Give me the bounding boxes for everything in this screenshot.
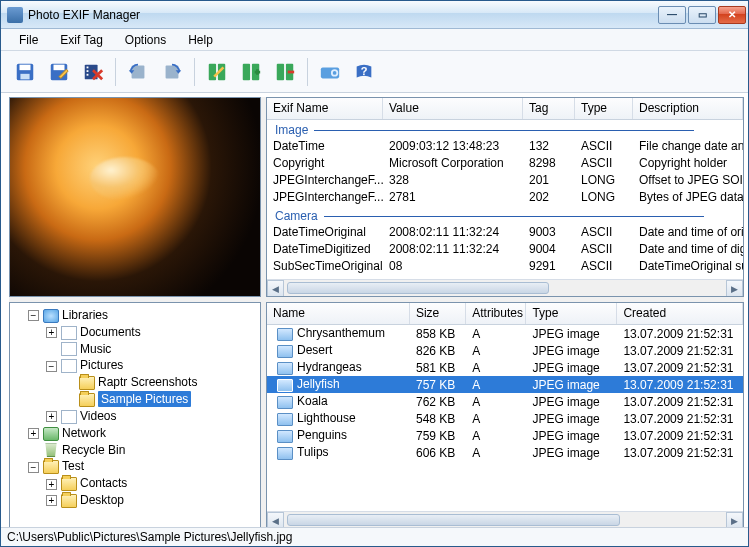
col-file-name[interactable]: Name [267, 303, 410, 324]
expand-icon[interactable]: − [28, 462, 39, 473]
col-exif-name[interactable]: Exif Name [267, 98, 383, 119]
image-file-icon [277, 447, 293, 460]
image-preview [9, 97, 261, 297]
rotate-right-icon[interactable] [158, 58, 186, 86]
tree-recycle-bin[interactable]: Recycle Bin [62, 443, 125, 457]
svg-rect-2 [20, 73, 29, 79]
image-file-icon [277, 379, 293, 392]
folder-icon [79, 376, 95, 390]
tree-documents[interactable]: Documents [80, 325, 141, 339]
file-row[interactable]: Jellyfish757 KBAJPEG image13.07.2009 21:… [267, 376, 743, 393]
expand-icon[interactable]: + [46, 479, 57, 490]
tree-pictures[interactable]: Pictures [80, 358, 123, 372]
exif-table: Exif Name Value Tag Type Description Ima… [266, 97, 744, 297]
folder-icon [43, 460, 59, 474]
col-type[interactable]: Type [575, 98, 633, 119]
file-row[interactable]: Koala762 KBAJPEG image13.07.2009 21:52:3… [267, 393, 743, 410]
svg-text:?: ? [361, 64, 368, 76]
exif-row[interactable]: SubSecTimeOriginal089291ASCIIDateTimeOri… [267, 258, 743, 275]
col-file-type[interactable]: Type [526, 303, 617, 324]
expand-icon[interactable]: − [46, 361, 57, 372]
maximize-button[interactable]: ▭ [688, 6, 716, 24]
svg-rect-1 [20, 64, 31, 70]
col-file-created[interactable]: Created [617, 303, 743, 324]
tree-desktop[interactable]: Desktop [80, 493, 124, 507]
folder-icon [61, 477, 77, 491]
col-description[interactable]: Description [633, 98, 743, 119]
file-row[interactable]: Chrysanthemum858 KBAJPEG image13.07.2009… [267, 325, 743, 342]
svg-rect-13 [243, 63, 250, 80]
tree-network[interactable]: Network [62, 426, 106, 440]
menu-options[interactable]: Options [115, 31, 176, 49]
tree-videos[interactable]: Videos [80, 409, 116, 423]
file-list: Name Size Attributes Type Created Chrysa… [266, 302, 744, 529]
tree-sample-pictures[interactable]: Sample Pictures [98, 391, 191, 407]
exif-row[interactable]: DateTimeOriginal2008:02:11 11:32:249003A… [267, 224, 743, 241]
col-file-size[interactable]: Size [410, 303, 466, 324]
file-scrollbar[interactable]: ◀▶ [267, 511, 743, 528]
folder-icon [79, 393, 95, 407]
window-title: Photo EXIF Manager [28, 8, 658, 22]
folder-tree[interactable]: −Libraries +Documents Music −Pictures Ra… [9, 302, 261, 529]
music-icon [61, 342, 77, 356]
add-tag-icon[interactable] [237, 58, 265, 86]
col-tag[interactable]: Tag [523, 98, 575, 119]
image-file-icon [277, 362, 293, 375]
file-row[interactable]: Tulips606 KBAJPEG image13.07.2009 21:52:… [267, 444, 743, 461]
settings-icon[interactable] [316, 58, 344, 86]
exif-group-header[interactable]: Image [267, 120, 743, 138]
tree-libraries[interactable]: Libraries [62, 308, 108, 322]
tree-contacts[interactable]: Contacts [80, 476, 127, 490]
tree-raptr[interactable]: Raptr Screenshots [98, 375, 197, 389]
svg-rect-11 [209, 63, 216, 80]
svg-rect-15 [277, 63, 284, 80]
toolbar: ? [1, 51, 748, 93]
file-row[interactable]: Lighthouse548 KBAJPEG image13.07.2009 21… [267, 410, 743, 427]
menu-file[interactable]: File [9, 31, 48, 49]
app-icon [7, 7, 23, 23]
save-as-icon[interactable] [45, 58, 73, 86]
delete-film-icon[interactable] [79, 58, 107, 86]
image-file-icon [277, 328, 293, 341]
col-file-attr[interactable]: Attributes [466, 303, 526, 324]
documents-icon [61, 326, 77, 340]
help-icon[interactable]: ? [350, 58, 378, 86]
file-row[interactable]: Hydrangeas581 KBAJPEG image13.07.2009 21… [267, 359, 743, 376]
expand-icon[interactable]: + [46, 327, 57, 338]
svg-rect-7 [87, 70, 89, 72]
network-icon [43, 427, 59, 441]
rotate-left-icon[interactable] [124, 58, 152, 86]
exif-row[interactable]: JPEGInterchangeF...328201LONGOffset to J… [267, 172, 743, 189]
exif-row[interactable]: DateTime2009:03:12 13:48:23132ASCIIFile … [267, 138, 743, 155]
exif-row[interactable]: CopyrightMicrosoft Corporation8298ASCIIC… [267, 155, 743, 172]
expand-icon[interactable]: + [28, 428, 39, 439]
save-icon[interactable] [11, 58, 39, 86]
expand-icon[interactable]: + [46, 495, 57, 506]
file-header-row: Name Size Attributes Type Created [267, 303, 743, 325]
recycle-bin-icon [43, 443, 59, 457]
edit-tag-icon[interactable] [203, 58, 231, 86]
tree-music[interactable]: Music [80, 342, 111, 356]
exif-row[interactable]: JPEGInterchangeF...2781202LONGBytes of J… [267, 189, 743, 206]
remove-tag-icon[interactable] [271, 58, 299, 86]
close-button[interactable]: ✕ [718, 6, 746, 24]
col-value[interactable]: Value [383, 98, 523, 119]
exif-header-row: Exif Name Value Tag Type Description [267, 98, 743, 120]
titlebar[interactable]: Photo EXIF Manager — ▭ ✕ [1, 1, 748, 29]
toolbar-separator [307, 58, 308, 86]
toolbar-separator [194, 58, 195, 86]
file-row[interactable]: Desert826 KBAJPEG image13.07.2009 21:52:… [267, 342, 743, 359]
expand-icon[interactable]: + [46, 411, 57, 422]
expand-icon[interactable]: − [28, 310, 39, 321]
tree-test[interactable]: Test [62, 459, 84, 473]
svg-rect-8 [87, 73, 89, 75]
menu-exif-tag[interactable]: Exif Tag [50, 31, 112, 49]
exif-scrollbar[interactable]: ◀▶ [267, 279, 743, 296]
menu-help[interactable]: Help [178, 31, 223, 49]
minimize-button[interactable]: — [658, 6, 686, 24]
exif-row[interactable]: DateTimeDigitized2008:02:11 11:32:249004… [267, 241, 743, 258]
videos-icon [61, 410, 77, 424]
exif-group-header[interactable]: Camera [267, 206, 743, 224]
folder-icon [61, 494, 77, 508]
file-row[interactable]: Penguins759 KBAJPEG image13.07.2009 21:5… [267, 427, 743, 444]
